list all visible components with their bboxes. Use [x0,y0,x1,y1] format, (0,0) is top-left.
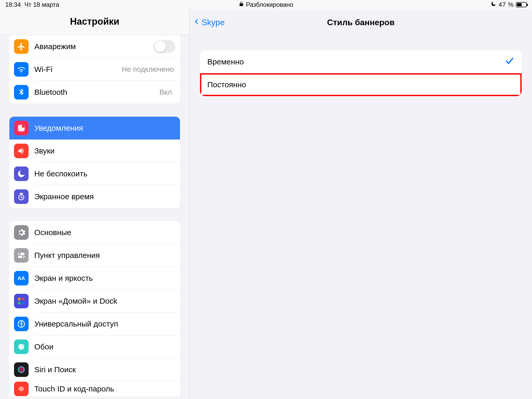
option-persistent[interactable]: Постоянно [200,73,522,96]
svg-point-17 [21,369,22,370]
gear-icon [14,225,29,240]
row-wifi[interactable]: Wi-Fi Не подключено [9,58,180,81]
status-unlocked-text: Разблокировано [246,1,293,8]
row-airplane[interactable]: Авиарежим [9,35,180,58]
control-center-icon [14,248,29,263]
row-label: Siri и Поиск [34,365,175,374]
row-display[interactable]: AA Экран и яркость [9,267,180,290]
back-label: Skype [202,18,225,27]
settings-sidebar: Настройки Авиарежим Wi-Fi Не подключен [0,9,190,399]
row-label: Wi-Fi [34,65,122,74]
battery-text: 47 % [498,1,514,8]
svg-rect-10 [22,302,25,304]
wallpaper-icon [14,340,29,354]
row-label: Экранное время [34,192,175,201]
row-siri[interactable]: Siri и Поиск [9,358,180,381]
row-label: Звуки [34,147,175,155]
row-label: Универсальный доступ [34,320,175,328]
detail-header: Skype Стиль баннеров [190,9,532,35]
notifications-icon [14,121,29,135]
row-label: Не беспокоить [34,169,175,178]
svg-point-3 [19,253,21,255]
back-button[interactable]: Skype [190,16,225,28]
svg-rect-2 [18,253,25,255]
siri-icon [14,362,29,377]
row-general[interactable]: Основные [9,221,180,244]
row-label: Обои [34,342,175,351]
row-bluetooth[interactable]: Bluetooth Вкл. [9,81,180,104]
row-dnd[interactable]: Не беспокоить [9,162,180,185]
settings-title: Настройки [0,9,189,35]
svg-point-5 [22,256,24,258]
home-icon [14,294,29,308]
row-control-center[interactable]: Пункт управления [9,244,180,267]
wifi-detail: Не подключено [122,65,174,74]
row-label: Авиарежим [34,42,154,51]
screentime-icon [14,189,29,204]
group-connectivity: Авиарежим Wi-Fi Не подключено B [9,35,180,104]
row-sounds[interactable]: Звуки [9,139,180,162]
group-general: Основные Пункт управления AA Экран и ярк… [9,221,180,397]
dnd-icon [14,167,29,181]
row-label: Пункт управления [34,251,175,260]
svg-rect-4 [18,256,25,258]
airplane-icon [14,39,29,54]
chevron-left-icon [193,16,200,28]
svg-text:AA: AA [18,275,25,281]
detail-title: Стиль баннеров [190,18,532,27]
svg-rect-8 [22,298,25,300]
accessibility-icon [14,317,29,331]
row-screentime[interactable]: Экранное время [9,185,180,208]
status-time: 18:34 [5,1,21,8]
row-home[interactable]: Экран «Домой» и Dock [9,290,180,312]
svg-point-12 [21,321,22,323]
banner-style-options: Временно Постоянно [200,50,522,96]
row-label: Touch ID и код-пароль [34,384,175,393]
row-accessibility[interactable]: Универсальный доступ [9,312,180,335]
option-temporary[interactable]: Временно [200,50,522,73]
row-notifications[interactable]: Уведомления [9,117,180,139]
battery-icon [516,2,527,7]
svg-rect-7 [18,298,21,300]
status-bar: 18:34 Чт 18 марта Разблокировано 47 % [0,0,532,9]
row-touchid[interactable]: Touch ID и код-пароль [9,381,180,397]
bluetooth-icon [14,85,29,99]
checkmark-icon [505,56,514,68]
bluetooth-detail: Вкл. [159,88,174,96]
row-label: Уведомления [34,124,175,132]
row-label: Основные [34,228,175,237]
display-icon: AA [14,271,29,285]
row-label: Экран «Домой» и Dock [34,297,175,305]
option-label: Постоянно [207,80,246,89]
svg-point-1 [22,125,24,128]
option-label: Временно [207,57,244,66]
status-date: Чт 18 марта [24,1,59,8]
row-wallpaper[interactable]: Обои [9,335,180,358]
lock-icon [239,1,244,8]
row-label: Bluetooth [34,88,159,97]
dnd-moon-icon [491,1,496,8]
row-label: Экран и яркость [34,274,175,283]
sounds-icon [14,144,29,158]
touchid-icon [14,382,29,396]
detail-pane: Skype Стиль баннеров Временно Постоянно [190,9,532,399]
group-notifications: Уведомления Звуки Не беспокоить [9,117,180,208]
wifi-icon [14,62,29,77]
svg-rect-9 [18,302,21,304]
airplane-switch[interactable] [154,40,175,53]
